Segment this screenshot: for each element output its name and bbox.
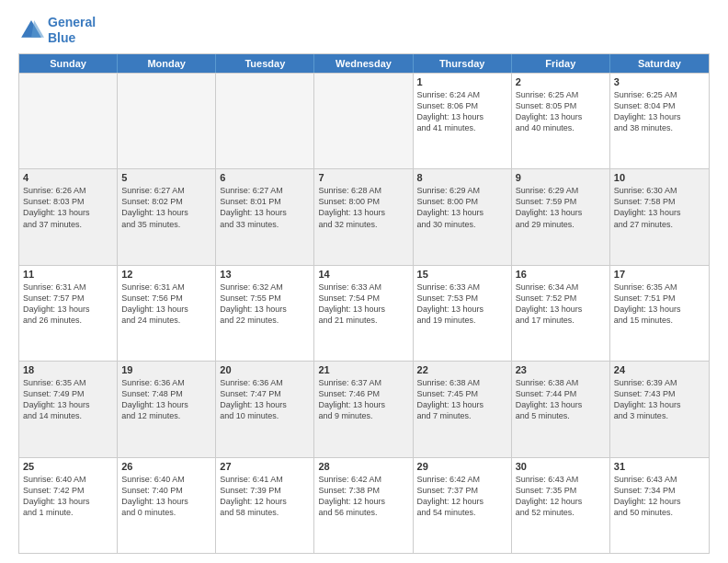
calendar-cell-r3c3: 21Sunrise: 6:37 AM Sunset: 7:46 PM Dayli… xyxy=(314,362,413,456)
calendar-cell-r1c4: 8Sunrise: 6:29 AM Sunset: 8:00 PM Daylig… xyxy=(414,169,512,264)
cell-info: Sunrise: 6:31 AM Sunset: 7:57 PM Dayligh… xyxy=(23,282,113,327)
day-number: 8 xyxy=(417,172,507,183)
calendar-cell-r0c2 xyxy=(216,74,314,168)
header-day-sunday: Sunday xyxy=(19,54,118,73)
cell-info: Sunrise: 6:39 AM Sunset: 7:43 PM Dayligh… xyxy=(614,377,705,422)
calendar-cell-r2c5: 16Sunrise: 6:34 AM Sunset: 7:52 PM Dayli… xyxy=(512,266,610,361)
calendar-cell-r3c0: 18Sunrise: 6:35 AM Sunset: 7:49 PM Dayli… xyxy=(19,362,118,456)
cell-info: Sunrise: 6:33 AM Sunset: 7:53 PM Dayligh… xyxy=(417,282,507,327)
day-number: 18 xyxy=(23,364,113,375)
calendar-cell-r3c2: 20Sunrise: 6:36 AM Sunset: 7:47 PM Dayli… xyxy=(216,362,314,456)
calendar-cell-r0c1 xyxy=(118,74,216,168)
cell-info: Sunrise: 6:30 AM Sunset: 7:58 PM Dayligh… xyxy=(614,185,705,230)
day-number: 31 xyxy=(614,461,705,472)
day-number: 1 xyxy=(417,76,507,87)
calendar-cell-r1c5: 9Sunrise: 6:29 AM Sunset: 7:59 PM Daylig… xyxy=(512,169,610,264)
page: General Blue SundayMondayTuesdayWednesda… xyxy=(0,0,728,563)
calendar-cell-r1c1: 5Sunrise: 6:27 AM Sunset: 8:02 PM Daylig… xyxy=(118,169,216,264)
calendar-cell-r2c1: 12Sunrise: 6:31 AM Sunset: 7:56 PM Dayli… xyxy=(118,266,216,361)
calendar-row-0: 1Sunrise: 6:24 AM Sunset: 8:06 PM Daylig… xyxy=(19,73,709,168)
calendar-row-1: 4Sunrise: 6:26 AM Sunset: 8:03 PM Daylig… xyxy=(19,168,709,264)
cell-info: Sunrise: 6:25 AM Sunset: 8:05 PM Dayligh… xyxy=(516,89,606,134)
day-number: 4 xyxy=(23,172,113,183)
day-number: 25 xyxy=(23,461,113,472)
logo-icon xyxy=(18,17,44,43)
day-number: 29 xyxy=(417,461,507,472)
calendar-cell-r1c0: 4Sunrise: 6:26 AM Sunset: 8:03 PM Daylig… xyxy=(19,169,118,264)
calendar-body: 1Sunrise: 6:24 AM Sunset: 8:06 PM Daylig… xyxy=(19,73,709,553)
calendar-cell-r2c3: 14Sunrise: 6:33 AM Sunset: 7:54 PM Dayli… xyxy=(314,266,413,361)
day-number: 30 xyxy=(516,461,606,472)
calendar-cell-r3c5: 23Sunrise: 6:38 AM Sunset: 7:44 PM Dayli… xyxy=(512,362,610,456)
logo-text: General Blue xyxy=(48,15,96,46)
calendar-cell-r4c6: 31Sunrise: 6:43 AM Sunset: 7:34 PM Dayli… xyxy=(610,458,709,553)
day-number: 21 xyxy=(318,364,408,375)
calendar-row-4: 25Sunrise: 6:40 AM Sunset: 7:42 PM Dayli… xyxy=(19,457,709,553)
header-day-thursday: Thursday xyxy=(414,54,512,73)
calendar-cell-r3c1: 19Sunrise: 6:36 AM Sunset: 7:48 PM Dayli… xyxy=(118,362,216,456)
day-number: 27 xyxy=(220,461,310,472)
cell-info: Sunrise: 6:26 AM Sunset: 8:03 PM Dayligh… xyxy=(23,185,113,230)
day-number: 13 xyxy=(220,269,310,280)
svg-marker-1 xyxy=(31,20,44,38)
calendar-cell-r4c4: 29Sunrise: 6:42 AM Sunset: 7:37 PM Dayli… xyxy=(414,458,512,553)
calendar-cell-r2c4: 15Sunrise: 6:33 AM Sunset: 7:53 PM Dayli… xyxy=(414,266,512,361)
calendar-cell-r4c0: 25Sunrise: 6:40 AM Sunset: 7:42 PM Dayli… xyxy=(19,458,118,553)
day-number: 15 xyxy=(417,269,507,280)
day-number: 22 xyxy=(417,364,507,375)
calendar-cell-r4c5: 30Sunrise: 6:43 AM Sunset: 7:35 PM Dayli… xyxy=(512,458,610,553)
day-number: 26 xyxy=(121,461,211,472)
calendar-cell-r2c0: 11Sunrise: 6:31 AM Sunset: 7:57 PM Dayli… xyxy=(19,266,118,361)
day-number: 6 xyxy=(220,172,310,183)
calendar-cell-r0c0 xyxy=(19,74,118,168)
cell-info: Sunrise: 6:43 AM Sunset: 7:34 PM Dayligh… xyxy=(614,474,705,519)
calendar-header: SundayMondayTuesdayWednesdayThursdayFrid… xyxy=(19,54,709,73)
header: General Blue xyxy=(18,15,710,46)
calendar-cell-r2c2: 13Sunrise: 6:32 AM Sunset: 7:55 PM Dayli… xyxy=(216,266,314,361)
header-day-saturday: Saturday xyxy=(610,54,709,73)
cell-info: Sunrise: 6:35 AM Sunset: 7:49 PM Dayligh… xyxy=(23,377,113,422)
cell-info: Sunrise: 6:33 AM Sunset: 7:54 PM Dayligh… xyxy=(318,282,408,327)
calendar-cell-r0c6: 3Sunrise: 6:25 AM Sunset: 8:04 PM Daylig… xyxy=(610,74,709,168)
header-day-tuesday: Tuesday xyxy=(216,54,314,73)
day-number: 5 xyxy=(121,172,211,183)
calendar-row-2: 11Sunrise: 6:31 AM Sunset: 7:57 PM Dayli… xyxy=(19,265,709,361)
cell-info: Sunrise: 6:35 AM Sunset: 7:51 PM Dayligh… xyxy=(614,282,705,327)
cell-info: Sunrise: 6:38 AM Sunset: 7:45 PM Dayligh… xyxy=(417,377,507,422)
cell-info: Sunrise: 6:27 AM Sunset: 8:02 PM Dayligh… xyxy=(121,185,211,230)
header-day-monday: Monday xyxy=(118,54,216,73)
calendar-cell-r0c5: 2Sunrise: 6:25 AM Sunset: 8:05 PM Daylig… xyxy=(512,74,610,168)
day-number: 24 xyxy=(614,364,705,375)
cell-info: Sunrise: 6:41 AM Sunset: 7:39 PM Dayligh… xyxy=(220,474,310,519)
day-number: 9 xyxy=(516,172,606,183)
cell-info: Sunrise: 6:36 AM Sunset: 7:47 PM Dayligh… xyxy=(220,377,310,422)
cell-info: Sunrise: 6:42 AM Sunset: 7:37 PM Dayligh… xyxy=(417,474,507,519)
cell-info: Sunrise: 6:31 AM Sunset: 7:56 PM Dayligh… xyxy=(121,282,211,327)
day-number: 28 xyxy=(318,461,408,472)
calendar-cell-r4c3: 28Sunrise: 6:42 AM Sunset: 7:38 PM Dayli… xyxy=(314,458,413,553)
cell-info: Sunrise: 6:34 AM Sunset: 7:52 PM Dayligh… xyxy=(516,282,606,327)
day-number: 7 xyxy=(318,172,408,183)
calendar-cell-r0c3 xyxy=(314,74,413,168)
day-number: 11 xyxy=(23,269,113,280)
day-number: 10 xyxy=(614,172,705,183)
logo: General Blue xyxy=(18,15,96,46)
cell-info: Sunrise: 6:32 AM Sunset: 7:55 PM Dayligh… xyxy=(220,282,310,327)
day-number: 16 xyxy=(516,269,606,280)
cell-info: Sunrise: 6:25 AM Sunset: 8:04 PM Dayligh… xyxy=(614,89,705,134)
day-number: 17 xyxy=(614,269,705,280)
calendar-row-3: 18Sunrise: 6:35 AM Sunset: 7:49 PM Dayli… xyxy=(19,361,709,456)
cell-info: Sunrise: 6:40 AM Sunset: 7:40 PM Dayligh… xyxy=(121,474,211,519)
day-number: 12 xyxy=(121,269,211,280)
cell-info: Sunrise: 6:42 AM Sunset: 7:38 PM Dayligh… xyxy=(318,474,408,519)
calendar-cell-r1c6: 10Sunrise: 6:30 AM Sunset: 7:58 PM Dayli… xyxy=(610,169,709,264)
calendar-cell-r0c4: 1Sunrise: 6:24 AM Sunset: 8:06 PM Daylig… xyxy=(414,74,512,168)
calendar: SundayMondayTuesdayWednesdayThursdayFrid… xyxy=(18,53,710,554)
cell-info: Sunrise: 6:36 AM Sunset: 7:48 PM Dayligh… xyxy=(121,377,211,422)
header-day-friday: Friday xyxy=(512,54,610,73)
day-number: 23 xyxy=(516,364,606,375)
header-day-wednesday: Wednesday xyxy=(314,54,413,73)
calendar-cell-r2c6: 17Sunrise: 6:35 AM Sunset: 7:51 PM Dayli… xyxy=(610,266,709,361)
cell-info: Sunrise: 6:38 AM Sunset: 7:44 PM Dayligh… xyxy=(516,377,606,422)
calendar-cell-r1c3: 7Sunrise: 6:28 AM Sunset: 8:00 PM Daylig… xyxy=(314,169,413,264)
